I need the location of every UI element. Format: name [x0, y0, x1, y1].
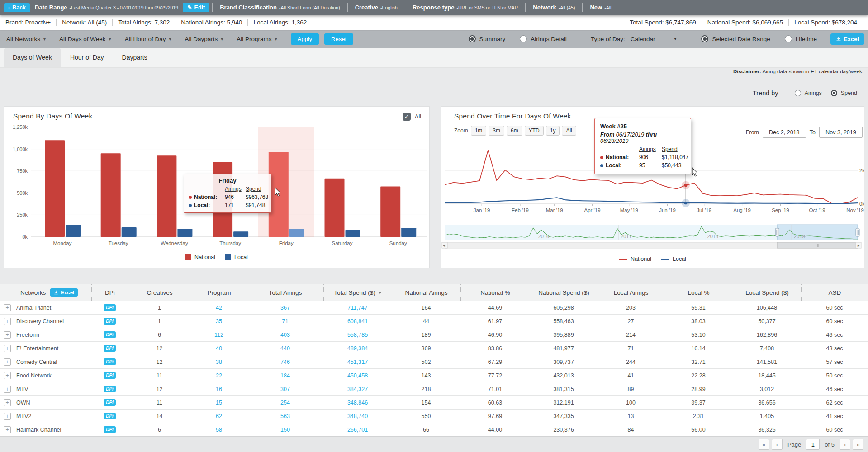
bar-local-monday[interactable] [66, 225, 81, 237]
dpi-badge[interactable]: DPi [104, 372, 116, 379]
table-row[interactable]: +OWNDPi1115254348,84615460.63312,1911003… [0, 396, 868, 410]
radio-summary[interactable]: Summary [469, 35, 506, 42]
cell[interactable]: 150 [247, 427, 323, 433]
dropdown-all-hour-of-day[interactable]: All Hour of Day▾ [125, 36, 171, 42]
tab-hour-of-day[interactable]: Hour of Day [61, 48, 113, 67]
cell[interactable]: 71 [247, 318, 323, 325]
expand-row-button[interactable]: + [4, 331, 11, 339]
table-row[interactable]: +Animal PlanetDPi142367711,74716444.6960… [0, 301, 868, 315]
bar-national-wednesday[interactable] [157, 155, 176, 237]
next-page-button[interactable]: › [840, 439, 850, 450]
cell[interactable]: 367 [247, 305, 323, 311]
type-of-day-select[interactable]: Calendar▼ [631, 36, 678, 42]
top-filter-brand-classification[interactable]: Brand Classification-All Short Form (All… [220, 4, 340, 11]
col-header-asd[interactable]: ASD [801, 284, 868, 301]
dpi-badge[interactable]: DPi [104, 358, 116, 365]
top-filter-date-range[interactable]: Date Range-Last Media Quarter 3 - 07/01/… [35, 4, 178, 11]
cell[interactable]: 440 [247, 345, 323, 352]
radio-trend-spend[interactable]: Spend [831, 90, 857, 96]
cell[interactable]: 348,740 [323, 413, 392, 419]
cell[interactable]: 451,317 [323, 359, 392, 365]
expand-row-button[interactable]: + [4, 345, 11, 352]
navigator-handle-right[interactable] [856, 228, 859, 236]
cell[interactable]: 711,747 [323, 305, 392, 311]
top-filter-network[interactable]: Network-All (45) [533, 4, 575, 11]
cell[interactable]: 38 [191, 359, 247, 365]
navigator-handle-left[interactable] [775, 228, 779, 236]
last-page-button[interactable]: » [853, 439, 863, 450]
col-header-local-[interactable]: Local % [664, 284, 733, 301]
table-row[interactable]: +FreeformDPi6112403558,78518946.90395,88… [0, 328, 868, 342]
table-row[interactable]: +MTVDPi1216307384,32721871.01381,3158928… [0, 382, 868, 396]
cell[interactable]: 40 [191, 345, 247, 352]
expand-row-button[interactable]: + [4, 399, 11, 406]
col-header-program[interactable]: Program [191, 284, 247, 301]
radio-selected-date-range[interactable]: Selected Date Range [701, 35, 770, 42]
dpi-badge[interactable]: DPi [104, 386, 116, 392]
cell[interactable]: 563 [247, 413, 323, 419]
back-button[interactable]: ‹Back [4, 3, 30, 12]
dpi-badge[interactable]: DPi [104, 318, 116, 325]
cell[interactable]: 62 [191, 413, 247, 419]
bar-local-wednesday[interactable] [177, 229, 192, 237]
bar-local-tuesday[interactable] [122, 227, 137, 237]
cell[interactable]: 112 [191, 332, 247, 338]
expand-row-button[interactable]: + [4, 386, 11, 393]
zoom-all-button[interactable]: All [562, 126, 576, 136]
table-excel-button[interactable]: Excel [50, 288, 78, 297]
dpi-badge[interactable]: DPi [104, 413, 116, 419]
col-header-local-airings[interactable]: Local Airings [598, 284, 664, 301]
dpi-badge[interactable]: DPi [104, 426, 116, 433]
cell[interactable]: 746 [247, 359, 323, 365]
col-header-national-airings[interactable]: National Airings [392, 284, 460, 301]
col-header-dpi[interactable]: DPi [91, 284, 128, 301]
cell[interactable]: 254 [247, 400, 323, 406]
navigator-selected-range[interactable] [777, 225, 858, 240]
first-page-button[interactable]: « [759, 439, 769, 450]
table-row[interactable]: +E! EntertainmentDPi1240440489,38436983.… [0, 342, 868, 355]
line-chart-navigator[interactable]: 2016201720182019◂▸ [441, 224, 864, 250]
cell[interactable]: 348,846 [323, 400, 392, 406]
cell[interactable]: 403 [247, 332, 323, 338]
cell[interactable]: 608,841 [323, 318, 392, 325]
zoom-ytd-button[interactable]: YTD [525, 126, 544, 136]
zoom-3m-button[interactable]: 3m [489, 126, 504, 136]
col-header-local-spend-[interactable]: Local Spend ($) [733, 284, 801, 301]
cell[interactable]: 384,327 [323, 386, 392, 392]
radio-trend-airings[interactable]: Airings [795, 90, 822, 96]
cell[interactable]: 307 [247, 386, 323, 392]
bar-local-saturday[interactable] [346, 230, 360, 237]
zoom-6m-button[interactable]: 6m [507, 126, 522, 136]
expand-row-button[interactable]: + [4, 426, 11, 433]
cell[interactable]: 16 [191, 386, 247, 392]
table-row[interactable]: +Hallmark ChannelDPi658150266,7016644.00… [0, 423, 868, 437]
cell[interactable]: 22 [191, 372, 247, 379]
dpi-badge[interactable]: DPi [104, 304, 116, 311]
excel-export-button[interactable]: Excel [830, 33, 864, 45]
expand-row-button[interactable]: + [4, 372, 11, 379]
top-filter-new[interactable]: New-All [590, 4, 611, 11]
table-row[interactable]: +Discovery ChannelDPi13571608,8414461.97… [0, 315, 868, 328]
edit-button[interactable]: ✎Edit [183, 3, 209, 12]
top-filter-response-type[interactable]: Response type-URL or SMS or TFN or MAR [413, 4, 518, 11]
cell[interactable]: 184 [247, 372, 323, 379]
zoom-1y-button[interactable]: 1y [546, 126, 560, 136]
cell[interactable]: 35 [191, 318, 247, 325]
table-row[interactable]: +Food NetworkDPi1122184450,45814377.7243… [0, 369, 868, 382]
dropdown-all-dayparts[interactable]: All Dayparts▾ [185, 36, 223, 42]
expand-row-button[interactable]: + [4, 413, 11, 420]
cell[interactable]: 558,785 [323, 332, 392, 338]
table-row[interactable]: +MTV2DPi1462563348,74055097.69347,335132… [0, 410, 868, 423]
bar-national-saturday[interactable] [325, 179, 345, 237]
zoom-1m-button[interactable]: 1m [471, 126, 487, 136]
cell[interactable]: 489,384 [323, 345, 392, 352]
expand-row-button[interactable]: + [4, 358, 11, 366]
tab-dayparts[interactable]: Dayparts [113, 48, 157, 67]
bar-local-friday[interactable] [289, 229, 304, 237]
table-row[interactable]: +Comedy CentralDPi1238746451,31750267.29… [0, 355, 868, 369]
top-filter-creative[interactable]: Creative-English [355, 4, 398, 11]
radio-lifetime[interactable]: Lifetime [785, 35, 817, 42]
cell[interactable]: 58 [191, 427, 247, 433]
expand-row-button[interactable]: + [4, 318, 11, 325]
col-header-total-airings[interactable]: Total Airings [247, 284, 323, 301]
